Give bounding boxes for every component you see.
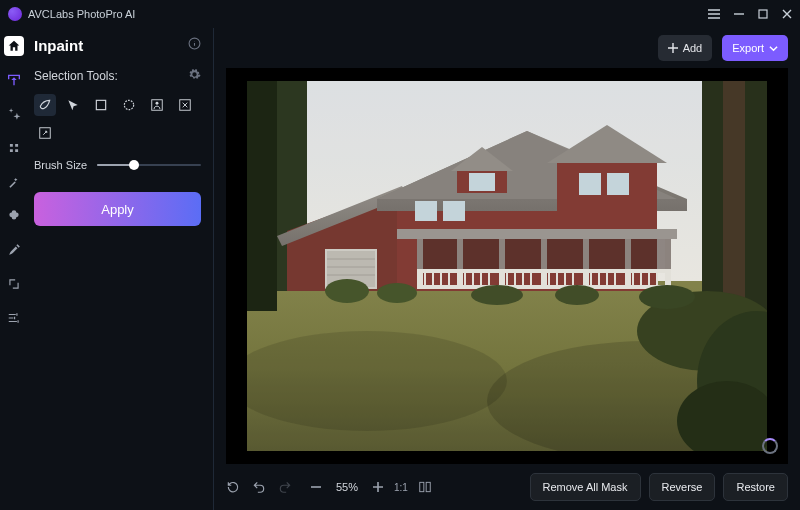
- window-close-icon[interactable]: [782, 9, 792, 19]
- brush-size-slider[interactable]: [97, 158, 201, 172]
- remove-all-mask-button[interactable]: Remove All Mask: [530, 473, 641, 501]
- page-title: Inpaint: [34, 37, 83, 54]
- rail-home-icon[interactable]: [4, 36, 24, 56]
- rail-adjust-icon[interactable]: [4, 308, 24, 328]
- window-minimize-icon[interactable]: [734, 9, 744, 19]
- rail-upload-icon[interactable]: [4, 70, 24, 90]
- rail-clover-icon[interactable]: [4, 206, 24, 226]
- bottom-toolbar: 55% 1:1 Remove All Mask Reverse Restore: [214, 464, 800, 510]
- svg-rect-79: [420, 482, 424, 491]
- app-logo: [8, 7, 22, 21]
- rail-wand-icon[interactable]: [4, 172, 24, 192]
- tool-rectangle[interactable]: [90, 94, 112, 116]
- tool-person[interactable]: [146, 94, 168, 116]
- actual-size-icon[interactable]: 1:1: [394, 482, 408, 493]
- plus-icon: [668, 43, 678, 53]
- svg-rect-80: [426, 482, 430, 491]
- loading-spinner-icon: [762, 438, 778, 454]
- add-button[interactable]: Add: [658, 35, 713, 61]
- hamburger-icon[interactable]: [708, 9, 720, 19]
- zoom-in-icon[interactable]: [372, 481, 384, 493]
- tool-ellipse[interactable]: [118, 94, 140, 116]
- info-icon[interactable]: [188, 36, 201, 54]
- selection-tools-label: Selection Tools:: [34, 69, 118, 83]
- svg-rect-4: [152, 100, 163, 111]
- restore-button[interactable]: Restore: [723, 473, 788, 501]
- window-maximize-icon[interactable]: [758, 9, 768, 19]
- apply-button[interactable]: Apply: [34, 192, 201, 226]
- tool-export-icon[interactable]: [34, 122, 56, 144]
- svg-point-3: [124, 100, 133, 109]
- gear-icon[interactable]: [188, 68, 201, 84]
- rail-paint-icon[interactable]: [4, 240, 24, 260]
- svg-point-5: [156, 102, 159, 105]
- zoom-out-icon[interactable]: [310, 481, 322, 493]
- chevron-down-icon: [769, 44, 778, 53]
- undo-icon[interactable]: [252, 480, 266, 494]
- svg-rect-78: [247, 81, 767, 451]
- tool-brush[interactable]: [34, 94, 56, 116]
- tool-lasso[interactable]: [62, 94, 84, 116]
- rail-enhance-icon[interactable]: [4, 104, 24, 124]
- brush-size-label: Brush Size: [34, 159, 87, 171]
- top-toolbar: Add Export: [214, 28, 800, 68]
- main-area: Add Export: [214, 28, 800, 510]
- export-button[interactable]: Export: [722, 35, 788, 61]
- tool-object[interactable]: [174, 94, 196, 116]
- compare-icon[interactable]: [418, 480, 432, 494]
- selection-tool-row: [34, 94, 201, 144]
- redo-icon[interactable]: [278, 480, 292, 494]
- reset-icon[interactable]: [226, 480, 240, 494]
- svg-rect-2: [96, 100, 105, 109]
- svg-rect-0: [759, 10, 767, 18]
- title-bar: AVCLabs PhotoPro AI: [0, 0, 800, 28]
- sidebar: Inpaint Selection Tools:: [28, 28, 214, 510]
- feature-rail: [0, 28, 28, 510]
- reverse-button[interactable]: Reverse: [649, 473, 716, 501]
- canvas-viewport[interactable]: [226, 68, 788, 464]
- rail-crop-icon[interactable]: [4, 274, 24, 294]
- image-canvas: [247, 81, 767, 451]
- rail-sparkle-icon[interactable]: [4, 138, 24, 158]
- app-title: AVCLabs PhotoPro AI: [28, 8, 135, 20]
- zoom-value: 55%: [332, 481, 362, 493]
